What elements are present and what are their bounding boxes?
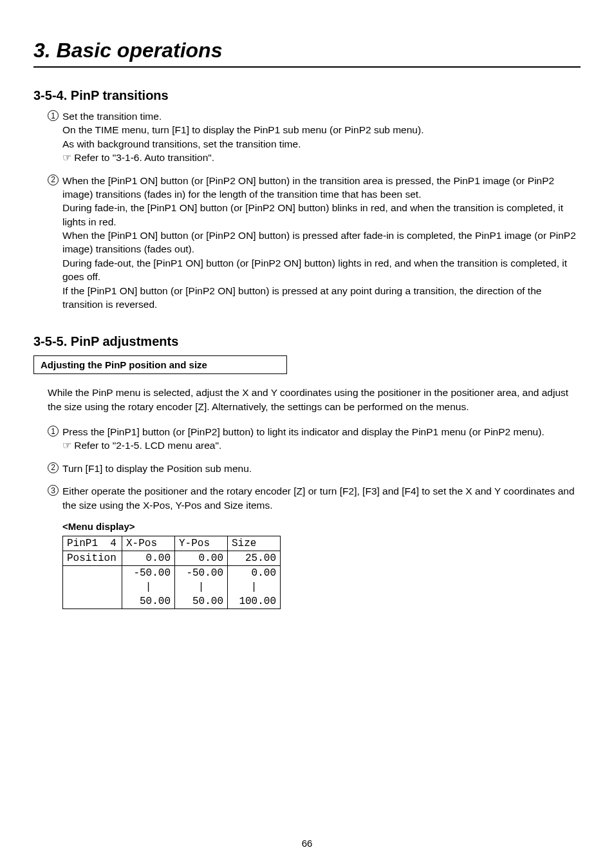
text: Turn [F1] to display the Position sub me… — [62, 463, 252, 474]
cell: 50.00 — [175, 594, 228, 609]
text: Either operate the positioner and the ro… — [62, 486, 575, 510]
table-row: Position 0.00 0.00 25.00 — [63, 551, 281, 565]
cell: | — [122, 580, 175, 594]
section-355: 3-5-5. PinP adjustments Adjusting the Pi… — [33, 334, 581, 609]
table-row: 50.00 50.00 100.00 — [63, 594, 281, 609]
text: When the [PinP1 ON] button (or [PinP2 ON… — [62, 230, 576, 254]
refer-text: ☞ Refer to "3-1-6. Auto transition". — [62, 152, 214, 163]
cell: 100.00 — [228, 594, 281, 609]
cell: X-Pos — [122, 536, 175, 551]
cell: 0.00 — [228, 565, 281, 580]
cell: -50.00 — [122, 565, 175, 580]
menu-display-label: <Menu display> — [33, 521, 581, 532]
cell: 50.00 — [122, 594, 175, 609]
page-number: 66 — [0, 838, 614, 849]
cell: Size — [228, 536, 281, 551]
text: Press the [PinP1] button (or [PinP2] but… — [62, 426, 544, 437]
cell — [63, 565, 122, 580]
chapter-title: 3. Basic operations — [33, 39, 581, 68]
cell: Y-Pos — [175, 536, 228, 551]
step-355-1: 1 Press the [PinP1] button (or [PinP2] b… — [33, 425, 581, 453]
table-row: PinP1 4 X-Pos Y-Pos Size — [63, 536, 281, 551]
step-354-2: 2 When the [PinP1 ON] button (or [PinP2 … — [33, 174, 581, 312]
step-body: Press the [PinP1] button (or [PinP2] but… — [62, 425, 544, 453]
text: During fade-out, the [PinP1 ON] button (… — [62, 258, 567, 282]
step-body: Turn [F1] to display the Position sub me… — [62, 462, 252, 475]
step-number-icon: 2 — [48, 462, 59, 473]
step-number-icon: 2 — [48, 175, 59, 185]
step-body: Set the transition time. On the TIME men… — [62, 109, 423, 165]
cell — [63, 594, 122, 609]
cell: 0.00 — [175, 551, 228, 565]
menu-display-table: PinP1 4 X-Pos Y-Pos Size Position 0.00 0… — [62, 536, 281, 609]
table-row: -50.00 -50.00 0.00 — [63, 565, 281, 580]
text: When the [PinP1 ON] button (or [PinP2 ON… — [62, 175, 554, 200]
step-number-icon: 3 — [48, 485, 59, 496]
section-heading-354: 3-5-4. PinP transitions — [33, 88, 581, 103]
cell: 25.00 — [228, 551, 281, 565]
sub-heading-box: Adjusting the PinP position and size — [33, 355, 287, 374]
text: If the [PinP1 ON] button (or [PinP2 ON] … — [62, 285, 541, 310]
cell: 0.00 — [122, 551, 175, 565]
text: As with background transitions, set the … — [62, 138, 301, 149]
section-heading-355: 3-5-5. PinP adjustments — [33, 334, 581, 349]
refer-text: ☞ Refer to "2-1-5. LCD menu area". — [62, 440, 221, 451]
step-body: When the [PinP1 ON] button (or [PinP2 ON… — [62, 174, 581, 312]
step-355-2: 2 Turn [F1] to display the Position sub … — [33, 462, 581, 475]
step-number-icon: 1 — [48, 110, 59, 121]
step-354-1: 1 Set the transition time. On the TIME m… — [33, 109, 581, 165]
cell: | — [175, 580, 228, 594]
intro-paragraph: While the PinP menu is selected, adjust … — [33, 386, 581, 413]
section-354: 3-5-4. PinP transitions 1 Set the transi… — [33, 88, 581, 311]
text: Set the transition time. — [62, 111, 162, 122]
cell — [63, 580, 122, 594]
step-body: Either operate the positioner and the ro… — [62, 484, 581, 512]
cell: Position — [63, 551, 122, 565]
cell: PinP1 4 — [63, 536, 122, 551]
text: During fade-in, the [PinP1 ON] button (o… — [62, 202, 563, 227]
step-number-icon: 1 — [48, 426, 59, 437]
cell: | — [228, 580, 281, 594]
step-355-3: 3 Either operate the positioner and the … — [33, 484, 581, 512]
cell: -50.00 — [175, 565, 228, 580]
table-row: | | | — [63, 580, 281, 594]
text: On the TIME menu, turn [F1] to display t… — [62, 124, 423, 135]
